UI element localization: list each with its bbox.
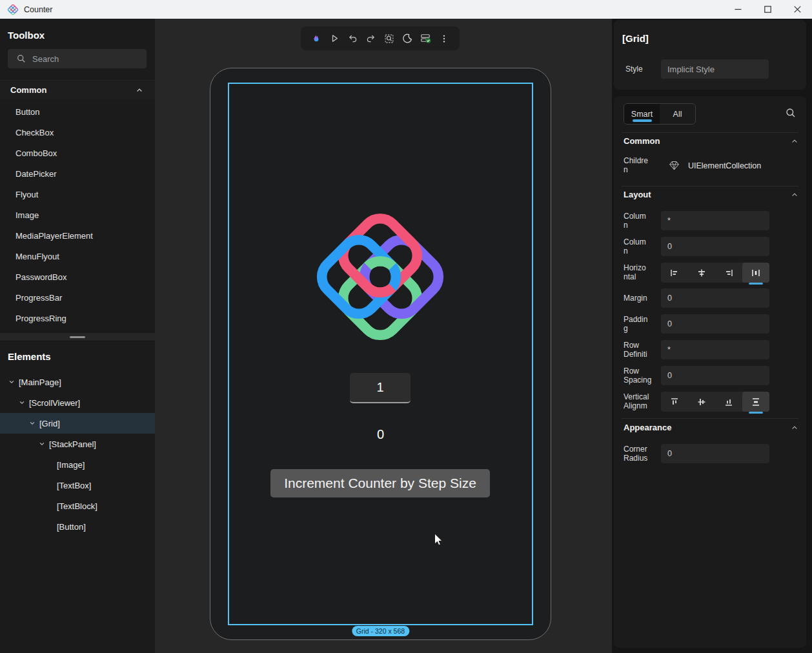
chevron-down-icon[interactable] [7,377,16,387]
tree-node-textblock[interactable]: [TextBlock] [0,496,155,516]
corner-radius-input[interactable] [661,444,769,463]
undo-button[interactable] [345,31,361,46]
align-center-vertical-button[interactable] [688,392,715,412]
selected-indicator [749,283,763,285]
dev-server-status-button[interactable] [418,31,434,46]
align-left-icon [669,268,680,278]
toolbox-list: Button CheckBox ComboBox DatePicker Flyo… [0,101,155,328]
tree-node-stackpanel[interactable]: [StackPanel] [0,434,155,454]
panel-splitter[interactable] [0,333,155,341]
title-bar: Counter [0,0,812,19]
design-canvas[interactable]: 1 0 Increment Counter by Step Size Grid … [155,19,612,653]
toolbox-search[interactable] [8,49,147,68]
column-input[interactable] [661,237,769,256]
selection-size-badge: Grid - 320 x 568 [352,626,409,636]
toolbox-item-progressring[interactable]: ProgressRing [0,308,155,328]
selected-indicator [749,412,763,414]
chevron-down-icon[interactable] [37,439,46,448]
step-size-value: 1 [376,380,383,395]
align-bottom-button[interactable] [715,392,742,412]
align-top-icon [669,397,680,407]
section-appearance[interactable]: Appearance [624,423,798,432]
stretch-horizontal-button[interactable] [742,263,769,283]
prop-label: Spacing [624,376,661,385]
align-left-button[interactable] [661,263,688,283]
property-tabs: Smart All [624,103,696,125]
row-spacing-row: RowSpacing [624,366,798,385]
align-center-vertical-icon [696,397,707,407]
padding-row: Padding [624,314,798,334]
prop-label: g [624,324,661,333]
row-spacing-input[interactable] [661,366,769,385]
toolbox-item-checkbox[interactable]: CheckBox [0,122,155,143]
prop-label: Alignm [624,401,661,410]
toolbox-item-progressbar[interactable]: ProgressBar [0,287,155,308]
chevron-down-icon[interactable] [17,398,26,407]
selection-header-card: [Grid] Style [614,20,806,90]
close-button[interactable] [782,0,812,19]
uno-logo-image[interactable] [309,206,451,348]
corner-radius-row: CornerRadius [624,444,798,463]
toolbox-item-combobox[interactable]: ComboBox [0,143,155,163]
splitter-grip-icon [70,336,85,338]
margin-input[interactable] [661,288,769,308]
chevron-up-icon [791,424,798,432]
toolbox-item-flyout[interactable]: Flyout [0,184,155,205]
theme-toggle-button[interactable] [400,31,415,46]
column-definitions-input[interactable] [661,211,769,230]
zoom-selection-button[interactable] [381,31,397,46]
app-preview-screen[interactable]: 1 0 Increment Counter by Step Size [228,83,533,625]
prop-label: Row [624,341,661,350]
redo-button[interactable] [363,31,379,46]
tree-node-label: [Grid] [39,419,60,428]
children-label-line2: n [624,165,661,174]
hot-design-button[interactable] [309,31,324,46]
toolbox-title: Toolbox [8,30,45,41]
tab-all[interactable]: All [660,104,695,124]
moon-icon [402,33,413,44]
counter-textblock[interactable]: 0 [229,427,532,442]
vertical-alignment-row: VerticalAlignm [624,392,798,411]
toolbox-search-input[interactable] [32,54,129,64]
tree-node-grid[interactable]: [Grid] [0,413,155,434]
tree-node-textbox[interactable]: [TextBox] [0,475,155,496]
toolbox-section-common[interactable]: Common [0,80,155,99]
stretch-vertical-button[interactable] [742,392,769,412]
style-input[interactable] [661,59,769,79]
toolbox-item-mediaplayerelement[interactable]: MediaPlayerElement [0,225,155,246]
tree-node-mainpage[interactable]: [MainPage] [0,372,155,392]
toolbox-item-image[interactable]: Image [0,205,155,225]
maximize-button[interactable] [753,0,782,19]
tree-node-scrollviewer[interactable]: [ScrollViewer] [0,392,155,413]
search-icon [786,108,796,118]
properties-search-button[interactable] [786,108,796,121]
chevron-down-icon[interactable] [28,419,37,428]
section-common[interactable]: Common [624,136,798,146]
align-top-button[interactable] [661,392,688,412]
section-common-label: Common [624,136,660,146]
align-bottom-icon [724,397,734,407]
toolbox-item-datepicker[interactable]: DatePicker [0,163,155,184]
more-options-button[interactable] [436,31,452,46]
tree-node-button[interactable]: [Button] [0,516,155,537]
divider [622,418,798,419]
toolbox-item-button[interactable]: Button [0,101,155,122]
undo-icon [347,33,358,44]
tree-node-image[interactable]: [Image] [0,454,155,475]
toolbox-item-menuflyout[interactable]: MenuFlyout [0,246,155,266]
padding-input[interactable] [661,314,769,334]
active-tab-indicator [633,119,652,122]
toolbox-item-passwordbox[interactable]: PasswordBox [0,266,155,287]
properties-card: Smart All Common Childre n [614,96,806,648]
tab-smart[interactable]: Smart [624,104,660,124]
section-layout[interactable]: Layout [624,190,798,199]
step-size-textbox[interactable]: 1 [350,373,411,403]
minimize-button[interactable] [723,0,753,19]
align-center-horizontal-button[interactable] [688,263,715,283]
row-definitions-input[interactable] [661,340,769,359]
increment-button[interactable]: Increment Counter by Step Size [270,469,490,497]
tree-node-label: [Image] [57,460,85,470]
play-button[interactable] [327,31,342,46]
align-right-button[interactable] [715,263,742,283]
children-value[interactable]: UIElementCollection [688,156,761,176]
